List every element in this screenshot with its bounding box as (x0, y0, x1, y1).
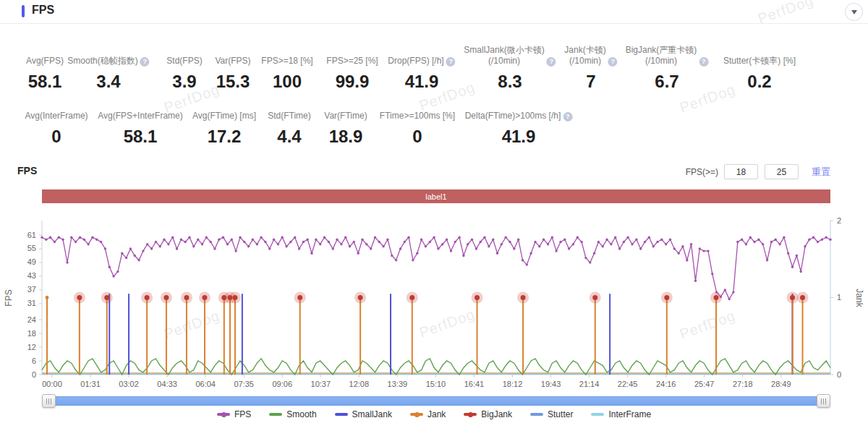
stat-label: SmallJank(微小卡顿) (/10min) (464, 45, 544, 67)
legend-swatch-icon (591, 413, 604, 416)
bigjank-marker (521, 295, 526, 300)
legend-swatch-icon (269, 413, 282, 416)
fps-dot (707, 249, 709, 252)
fps-dot (433, 236, 435, 239)
stat-label: Avg(FTime) [ms] (192, 111, 256, 121)
fps-dot (483, 236, 485, 239)
fps-dot (488, 245, 490, 247)
legend-swatch-icon (335, 413, 348, 416)
fps-timeline-chart[interactable]: 06121824313743495561012FPSJank00:0001:31… (0, 211, 868, 393)
legend-swatch-icon (410, 413, 423, 416)
stat-value: 99.9 (326, 72, 378, 92)
fps-dot (180, 239, 182, 241)
x-tick-label: 10:37 (311, 380, 331, 388)
stat: Drop(FPS) [/h]?41.9 (388, 38, 455, 92)
help-icon[interactable]: ? (699, 57, 708, 67)
legend-item-smooth[interactable]: Smooth (269, 409, 316, 419)
fps-dot (775, 239, 777, 241)
stat-label: Smooth(稳帧指数) (67, 56, 137, 67)
stat-value: 41.9 (388, 72, 455, 92)
help-icon[interactable]: ? (140, 57, 150, 67)
chart-section-title: FPS (17, 165, 37, 176)
scrollbar-right-handle[interactable] (817, 394, 830, 408)
fps-dot (116, 270, 119, 273)
fps-dot (129, 247, 132, 249)
legend-item-interframe[interactable]: InterFrame (591, 409, 651, 419)
fps-dot (694, 280, 697, 282)
fps-dot (526, 263, 528, 265)
fps-dot (289, 241, 292, 243)
x-tick-label: 12:08 (349, 380, 370, 388)
fps-dot (58, 236, 60, 239)
fps-dot (231, 239, 233, 241)
scrollbar-left-handle[interactable] (42, 394, 56, 408)
fps-dot (332, 247, 334, 249)
fps-dot (273, 239, 275, 241)
stat: BigJank(严重卡顿) (/10min)?6.7 (626, 38, 709, 92)
fps-dot (644, 241, 646, 243)
fps-dot (492, 239, 494, 241)
fps-dot (268, 247, 271, 249)
bigjank-marker (145, 295, 150, 300)
banner-text: label1 (425, 192, 446, 201)
fps-dot (226, 243, 229, 245)
fps-threshold-input-1[interactable] (724, 164, 758, 179)
legend-item-jank[interactable]: Jank (410, 409, 446, 419)
fps-dot (513, 247, 515, 249)
legend-swatch-icon (217, 413, 230, 416)
fps-dot (378, 241, 380, 243)
fps-dot (568, 247, 570, 249)
y-tick-label: 0 (32, 370, 36, 379)
fps-dot (340, 243, 342, 245)
scrollbar-track[interactable] (49, 396, 823, 406)
fps-dot (766, 259, 768, 261)
fps-dot (176, 247, 178, 249)
y-tick-label: 18 (27, 329, 36, 338)
y-axis-right-name: Jank (854, 289, 864, 307)
fps-dot (155, 241, 157, 243)
fps-dot (602, 245, 604, 247)
legend-item-smalljank[interactable]: SmallJank (335, 409, 392, 419)
fps-dot (374, 236, 376, 239)
stat-label: Delta(FTime)>100ms [/h] (465, 111, 561, 121)
help-icon[interactable]: ? (547, 57, 556, 67)
bigjank-marker (232, 295, 237, 300)
collapse-button[interactable] (845, 3, 863, 21)
x-tick-label: 19:43 (541, 380, 561, 388)
reset-link[interactable]: 重置 (812, 166, 830, 179)
fps-dot (112, 275, 114, 277)
fps-dot (370, 247, 372, 249)
y-axis-left-name: FPS (4, 289, 14, 306)
legend-item-fps[interactable]: FPS (217, 409, 251, 419)
fps-dot (681, 245, 684, 247)
stat-label: FPS>=18 [%] (261, 56, 312, 67)
fps-dot (542, 239, 545, 241)
stat-value: 6.7 (626, 72, 709, 92)
help-icon[interactable]: ? (446, 57, 456, 67)
fps-dot (450, 249, 452, 252)
label-banner: label1 (42, 189, 830, 203)
fps-dot (429, 241, 431, 243)
legend-item-stutter[interactable]: Stutter (530, 409, 573, 419)
y-tick-label: 1 (837, 293, 841, 302)
stat-label: Std(FPS) (166, 56, 202, 67)
fps-dot (54, 241, 56, 243)
fps-dot (298, 247, 300, 249)
help-icon[interactable]: ? (563, 112, 572, 121)
y-tick-label: 12 (27, 343, 36, 351)
fps-dot (41, 236, 43, 239)
fps-dot (315, 239, 317, 241)
legend-item-bigjank[interactable]: BigJank (464, 409, 512, 419)
fps-dot (614, 236, 616, 239)
fps-dot (49, 236, 51, 239)
bigjank-marker (202, 295, 207, 300)
help-icon[interactable]: ? (608, 57, 618, 67)
fps-threshold-input-2[interactable] (765, 164, 799, 179)
x-tick-label: 13:39 (388, 380, 408, 388)
fps-dot (171, 236, 174, 239)
fps-dot (678, 252, 680, 255)
bigjank-marker (77, 295, 82, 300)
bigjank-marker (163, 295, 169, 300)
x-tick-label: 18:12 (503, 380, 523, 388)
fps-dot (736, 241, 739, 243)
